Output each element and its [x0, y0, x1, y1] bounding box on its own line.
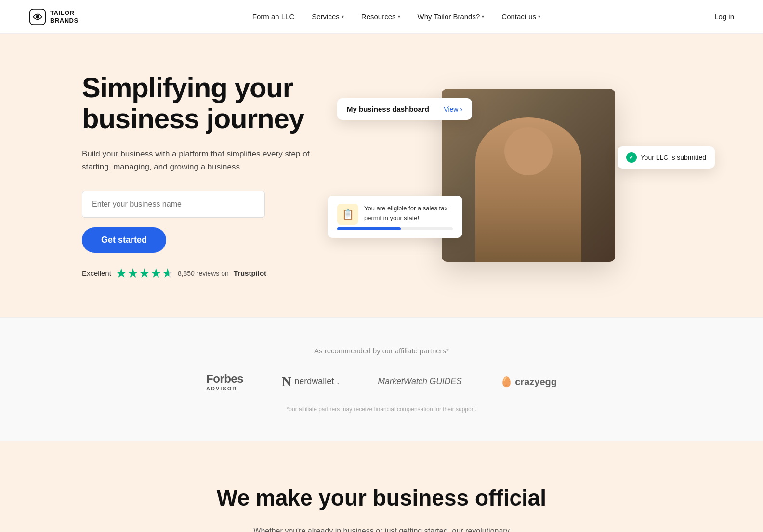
check-icon: ✓	[626, 152, 637, 163]
hero-subtitle: Build your business with a platform that…	[82, 147, 313, 173]
trustpilot-brand: Trustpilot	[234, 269, 266, 277]
logo-icon	[29, 8, 46, 26]
chevron-down-icon: ▾	[398, 14, 400, 19]
partners-logos: Forbes ADVISOR N nerdwallet . MarketWatc…	[58, 372, 705, 391]
sales-tax-icon: 📋	[337, 204, 358, 225]
bottom-section: We make your business official Whether y…	[0, 441, 763, 532]
nav-links: Form an LLC Services ▾ Resources ▾ Why T…	[252, 13, 540, 21]
navbar: TAILORBRANDS Form an LLC Services ▾ Reso…	[0, 0, 763, 34]
marketwatch-logo: MarketWatch GUIDES	[378, 376, 461, 387]
crazyegg-logo: 🥚 crazyegg	[500, 376, 557, 388]
sales-tax-card: 📋 You are eligible for a sales tax permi…	[328, 196, 462, 238]
nav-actions: Log in	[714, 13, 734, 21]
nav-resources[interactable]: Resources ▾	[361, 13, 400, 21]
logo[interactable]: TAILORBRANDS	[29, 8, 79, 26]
svg-point-1	[36, 15, 39, 18]
bottom-text: Whether you're already in business or ju…	[237, 524, 526, 532]
nav-why-tailor[interactable]: Why Tailor Brands? ▾	[418, 13, 485, 21]
nav-services[interactable]: Services ▾	[312, 13, 344, 21]
llc-badge: ✓ Your LLC is submitted	[618, 146, 715, 169]
star-1	[116, 268, 127, 279]
dashboard-view-link[interactable]: View ›	[444, 105, 462, 113]
nav-contact[interactable]: Contact us ▾	[501, 13, 540, 21]
get-started-button[interactable]: Get started	[82, 227, 166, 253]
star-5-half	[162, 268, 173, 279]
dashboard-card-title: My business dashboard	[347, 105, 429, 113]
hero-left: Simplifying your business journey Build …	[82, 72, 352, 279]
dashboard-card: My business dashboard View ›	[337, 98, 472, 120]
nerdwallet-logo: N nerdwallet .	[282, 374, 339, 389]
star-2	[128, 268, 138, 279]
partners-label: As recommended by our affiliate partners…	[58, 347, 705, 355]
trustpilot-excellent: Excellent	[82, 269, 111, 277]
chevron-down-icon: ▾	[482, 14, 484, 19]
nav-form-llc[interactable]: Form an LLC	[252, 13, 295, 21]
business-name-input[interactable]	[82, 191, 265, 218]
llc-badge-text: Your LLC is submitted	[641, 154, 706, 161]
hero-section: Simplifying your business journey Build …	[0, 34, 763, 317]
trustpilot-stars	[116, 268, 173, 279]
star-3	[139, 268, 150, 279]
logo-text: TAILORBRANDS	[50, 9, 79, 24]
partners-disclaimer: *our affiliate partners may receive fina…	[58, 406, 705, 413]
chevron-down-icon: ▾	[538, 14, 540, 19]
trustpilot-row: Excellent 8,850 reviews on Trustpilot	[82, 268, 352, 279]
partners-section: As recommended by our affiliate partners…	[0, 317, 763, 441]
trustpilot-reviews: 8,850 reviews on	[178, 270, 229, 277]
login-button[interactable]: Log in	[714, 13, 734, 21]
star-4	[151, 268, 161, 279]
hero-title: Simplifying your business journey	[82, 72, 352, 134]
forbes-logo: Forbes ADVISOR	[206, 372, 243, 391]
bottom-title: We make your business official	[145, 485, 618, 511]
sales-tax-progress-bar	[337, 227, 453, 230]
hero-right: My business dashboard View › ✓ Your LLC …	[352, 89, 705, 262]
sales-tax-progress-fill	[337, 227, 401, 230]
chevron-down-icon: ▾	[342, 14, 344, 19]
